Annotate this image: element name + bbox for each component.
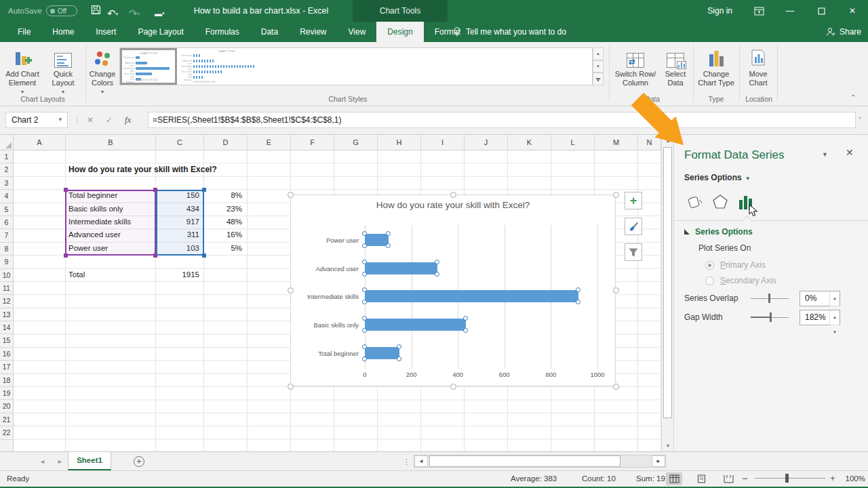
column-header-B[interactable]: B xyxy=(66,135,156,150)
data-point-handle[interactable] xyxy=(397,344,401,349)
quick-layout-button[interactable]: Quick Layout▼ xyxy=(43,45,83,96)
row-header-22[interactable]: 22 xyxy=(0,426,13,439)
chart-selection-handle[interactable] xyxy=(613,287,619,293)
data-bar[interactable] xyxy=(365,319,466,331)
cell-total-value[interactable]: 1915 xyxy=(156,270,199,283)
row-header-6[interactable]: 6 xyxy=(0,216,13,229)
formula-input[interactable]: =SERIES(,Sheet1!$B$4:$B$8,Sheet1!$C$4:$C… xyxy=(148,112,856,128)
gallery-down-button[interactable]: ▼ xyxy=(593,60,604,73)
data-point-handle[interactable] xyxy=(386,243,391,248)
row-header-1[interactable]: 1 xyxy=(0,150,13,163)
column-header-A[interactable]: A xyxy=(14,135,66,150)
data-point-handle[interactable] xyxy=(362,231,367,236)
column-header-J[interactable]: J xyxy=(465,135,508,150)
collapse-ribbon-button[interactable]: ⌃ xyxy=(850,94,856,101)
status-average[interactable]: Average: 383 xyxy=(511,471,557,487)
chart-style-2-thumbnail[interactable]: CHART TITLEPower userAdvanced userInterm… xyxy=(180,48,273,85)
cell-pct-6[interactable]: 48% xyxy=(204,218,242,230)
chart-filters-button[interactable] xyxy=(625,243,642,261)
cell-pct-7[interactable]: 16% xyxy=(204,230,242,243)
tab-formulas[interactable]: Formulas xyxy=(195,22,250,42)
pane-options-caret-icon[interactable]: ▼ xyxy=(822,151,828,158)
tab-file[interactable]: File xyxy=(7,22,41,42)
radio-unselected-icon[interactable] xyxy=(705,277,714,285)
chart-selection-handle[interactable] xyxy=(288,192,294,198)
tab-review[interactable]: Review xyxy=(289,22,337,42)
chart-style-1-thumbnail[interactable]: CHART TITLEPower userAdvanced userInterm… xyxy=(120,48,177,85)
gap-width-spinner[interactable]: ▲▼ xyxy=(829,310,840,325)
autosave-toggle[interactable]: AutoSave Off xyxy=(8,5,77,16)
value-range-selection[interactable] xyxy=(156,190,204,256)
gallery-up-button[interactable]: ▲ xyxy=(593,47,604,60)
chart-selection-handle[interactable] xyxy=(613,384,619,390)
secondary-axis-radio[interactable]: Secondary Axis xyxy=(705,276,776,285)
column-header-L[interactable]: L xyxy=(551,135,595,150)
column-header-H[interactable]: H xyxy=(378,135,421,150)
select-data-button[interactable]: Select Data xyxy=(659,45,692,87)
add-sheet-button[interactable]: + xyxy=(134,456,144,467)
data-point-handle[interactable] xyxy=(463,328,468,333)
row-header-19[interactable]: 19 xyxy=(0,387,13,400)
data-bar[interactable] xyxy=(365,234,389,246)
sign-in-button[interactable]: Sign in xyxy=(707,0,732,22)
row-header-20[interactable]: 20 xyxy=(0,400,13,413)
page-layout-view-button[interactable] xyxy=(693,472,709,485)
status-count[interactable]: Count: 10 xyxy=(582,471,616,487)
spin-up-icon[interactable]: ▲ xyxy=(830,310,840,325)
row-header-2[interactable]: 2 xyxy=(0,163,13,176)
close-window-button[interactable]: ✕ xyxy=(837,0,868,22)
data-point-handle[interactable] xyxy=(435,260,439,264)
row-header-16[interactable]: 16 xyxy=(0,348,13,361)
row-header-5[interactable]: 5 xyxy=(0,203,13,216)
chart-styles-button[interactable] xyxy=(625,218,642,235)
chart-title[interactable]: How do you rate your skill with Excel? xyxy=(291,200,615,210)
row-header-4[interactable]: 4 xyxy=(0,190,13,203)
sheet-nav-left-icon[interactable]: ◄ xyxy=(39,452,45,471)
scroll-left-button[interactable]: ◄ xyxy=(414,455,428,467)
switch-row-column-button[interactable]: ⇄ Switch Row/ Column xyxy=(613,45,658,87)
minimize-button[interactable]: — xyxy=(774,0,806,22)
row-header-10[interactable]: 10 xyxy=(0,269,13,282)
column-header-C[interactable]: C xyxy=(156,135,204,150)
cell-total-label[interactable]: Total xyxy=(68,270,85,283)
vertical-scrollbar[interactable]: ▲ ▼ xyxy=(661,135,673,451)
page-break-view-button[interactable] xyxy=(720,472,736,485)
cancel-formula-button[interactable]: ✕ xyxy=(87,112,94,128)
tab-scrollbar-splitter[interactable]: ⋮ xyxy=(403,455,410,468)
add-chart-element-button[interactable]: Add Chart Element▼ xyxy=(1,45,43,96)
move-chart-button[interactable]: Move Chart xyxy=(741,45,776,87)
confirm-formula-button[interactable]: ✓ xyxy=(106,112,113,128)
selection-handle[interactable] xyxy=(202,253,206,258)
select-all-corner[interactable] xyxy=(0,135,14,150)
cell-pct-5[interactable]: 23% xyxy=(204,205,242,218)
data-point-handle[interactable] xyxy=(362,357,367,361)
chart-selection-handle[interactable] xyxy=(613,192,619,198)
data-bar[interactable] xyxy=(365,347,399,359)
data-bar[interactable] xyxy=(365,290,578,302)
selection-handle[interactable] xyxy=(64,253,68,258)
data-point-handle[interactable] xyxy=(362,300,367,304)
row-header-14[interactable]: 14 xyxy=(0,321,13,334)
cell-grid[interactable]: How do you rate your skill with Excel?To… xyxy=(14,150,661,451)
category-range-selection[interactable] xyxy=(65,190,156,256)
data-point-handle[interactable] xyxy=(362,272,367,277)
zoom-slider[interactable] xyxy=(755,478,825,479)
expand-formula-bar-button[interactable]: ⌄ xyxy=(857,113,863,120)
selection-handle[interactable] xyxy=(153,253,157,258)
data-point-handle[interactable] xyxy=(576,300,580,304)
change-colors-button[interactable]: Change Colors▼ xyxy=(87,45,118,96)
vertical-scroll-thumb[interactable] xyxy=(663,147,672,418)
column-header-G[interactable]: G xyxy=(334,135,378,150)
share-button[interactable]: Share xyxy=(826,22,861,42)
row-header-3[interactable]: 3 xyxy=(0,177,13,190)
data-point-handle[interactable] xyxy=(362,344,367,349)
data-point-handle[interactable] xyxy=(362,328,367,333)
series-overlap-spinner[interactable]: ▲▼ xyxy=(829,291,840,306)
column-header-K[interactable]: K xyxy=(508,135,551,150)
gap-width-input[interactable]: 182% ▲▼ xyxy=(800,310,840,325)
column-header-I[interactable]: I xyxy=(421,135,465,150)
row-header-11[interactable]: 11 xyxy=(0,282,13,295)
column-header-F[interactable]: F xyxy=(291,135,334,150)
row-header-21[interactable]: 21 xyxy=(0,413,13,426)
tab-insert[interactable]: Insert xyxy=(85,22,127,42)
